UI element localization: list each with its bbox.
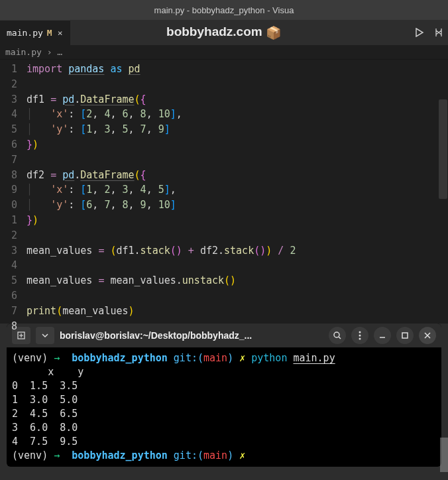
- svg-point-2: [359, 331, 361, 333]
- editor-tab[interactable]: main.py M ×: [0, 20, 70, 45]
- menu-icon[interactable]: [351, 327, 368, 344]
- tab-modified-indicator: M: [47, 28, 52, 38]
- editor-scrollbar[interactable]: [439, 99, 447, 199]
- line-gutter: 1 2 3 4 5 6 7 8 9 0 1 2 3 4 5 6 7 8: [0, 60, 17, 324]
- svg-point-4: [359, 338, 361, 340]
- close-icon[interactable]: ×: [56, 28, 64, 38]
- breadcrumb[interactable]: main.py › …: [0, 45, 448, 60]
- terminal-close-icon[interactable]: [419, 327, 436, 344]
- svg-point-1: [334, 332, 339, 337]
- chevron-right-icon: ›: [47, 47, 52, 57]
- compare-icon[interactable]: [433, 27, 444, 38]
- run-icon[interactable]: [415, 28, 424, 37]
- minimize-icon[interactable]: [374, 327, 391, 344]
- breadcrumb-file: main.py: [5, 47, 42, 57]
- code-content[interactable]: import pandas as pd df1 = pd.DataFrame({…: [17, 60, 448, 324]
- terminal-output[interactable]: (venv) → bobbyhadz_python git:(main) ✗ p…: [7, 347, 441, 467]
- terminal-scrollbar[interactable]: [440, 438, 448, 472]
- terminal-title: borislav@borislav:~/Desktop/bobbyhadz_..…: [60, 330, 323, 341]
- search-icon[interactable]: [329, 327, 346, 344]
- maximize-icon[interactable]: [396, 327, 414, 344]
- breadcrumb-rest: …: [57, 47, 62, 57]
- tab-bar: main.py M × bobbyhadz.com 📦: [0, 20, 448, 45]
- window-title: main.py - bobbyhadz_python - Visua: [154, 5, 294, 15]
- tab-filename: main.py: [7, 28, 43, 38]
- terminal-panel: borislav@borislav:~/Desktop/bobbyhadz_..…: [7, 324, 441, 467]
- window-titlebar: main.py - bobbyhadz_python - Visua: [0, 0, 448, 20]
- editor-actions: [415, 27, 444, 38]
- dropdown-icon[interactable]: [36, 327, 54, 344]
- code-editor[interactable]: 1 2 3 4 5 6 7 8 9 0 1 2 3 4 5 6 7 8 impo…: [0, 60, 448, 324]
- svg-point-3: [359, 335, 361, 337]
- terminal-header: borislav@borislav:~/Desktop/bobbyhadz_..…: [7, 324, 441, 347]
- svg-rect-5: [402, 333, 408, 338]
